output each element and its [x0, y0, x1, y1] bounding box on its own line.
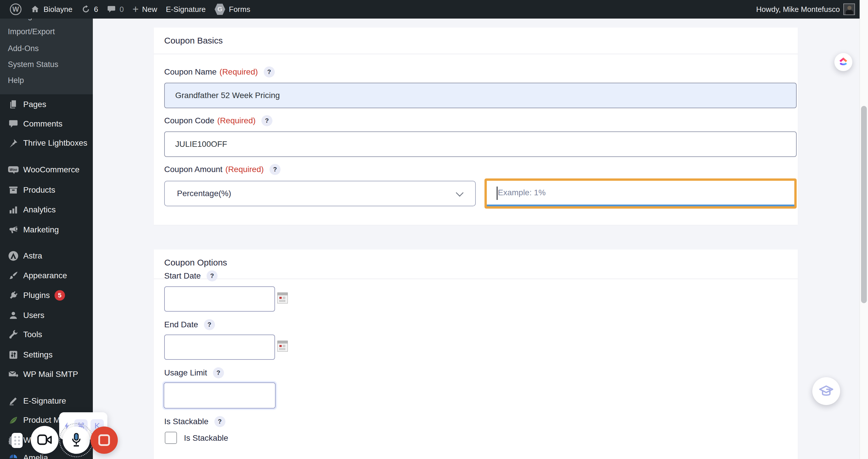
mail-arrow-icon [7, 369, 20, 379]
sidebar-item-tools[interactable]: Tools [0, 325, 93, 344]
sidebar-item-thrive-lightboxes[interactable]: Thrive Lightboxes [0, 133, 93, 153]
camera-toggle-button[interactable] [31, 426, 59, 454]
is-stackable-label-row: Is Stackable ? [164, 416, 225, 427]
selected-amount-type: Percentage(%) [177, 189, 231, 198]
sidebar-item-users[interactable]: Users [0, 306, 93, 325]
calendar-icon[interactable] [277, 293, 288, 304]
microphone-icon [69, 433, 83, 448]
submenu-item-import-export[interactable]: Import/Export [0, 24, 93, 39]
submenu-item-add-ons[interactable]: Add-Ons [0, 41, 93, 56]
microphone-toggle-button[interactable] [63, 427, 90, 454]
help-icon[interactable]: ? [264, 66, 275, 78]
bar-chart-icon [7, 205, 20, 215]
coupon-amount-input[interactable] [487, 181, 794, 205]
help-icon[interactable]: ? [207, 270, 218, 281]
sidebar-item-esignature[interactable]: E-Signature [0, 391, 93, 411]
pencil-icon [7, 396, 20, 406]
sidebar-item-woocommerce[interactable]: Woo WooCommerce [0, 160, 93, 180]
help-icon[interactable]: ? [270, 164, 281, 175]
plus-icon: + [132, 5, 139, 13]
sidebar-item-comments[interactable]: Comments [0, 114, 93, 134]
usage-limit-label: Usage Limit [164, 368, 207, 377]
sidebar-item-wp-mail-smtp[interactable]: WP Mail SMTP [0, 364, 93, 384]
wordpress-admin-page: W Biolayne 6 0 + New E-Signature [0, 0, 868, 459]
esignature-adminbar-link[interactable]: E-Signature [166, 5, 206, 14]
clickup-icon [838, 57, 849, 68]
scrollbar-thumb[interactable] [861, 106, 867, 303]
help-icon[interactable]: ? [213, 367, 224, 378]
user-icon [7, 310, 20, 320]
coupon-options-title: Coupon Options [164, 258, 227, 268]
tutor-floating-button[interactable] [812, 377, 840, 405]
new-content-button[interactable]: + New [132, 5, 157, 14]
sidebar-item-analytics[interactable]: Analytics [0, 200, 93, 220]
divider [154, 278, 798, 279]
updates-icon [81, 5, 91, 14]
wrench-icon [7, 329, 20, 340]
help-icon[interactable]: ? [214, 416, 225, 427]
updates-link[interactable]: 6 [81, 5, 98, 14]
account-menu[interactable]: Howdy, Mike Montefusco [756, 3, 855, 15]
admin-bar: W Biolayne 6 0 + New E-Signature [0, 0, 860, 19]
forms-label: Forms [229, 5, 250, 14]
coupon-amount-field-focus-ring [485, 178, 797, 209]
sidebar-item-astra[interactable]: Astra [0, 246, 93, 266]
stop-icon [98, 434, 110, 446]
sidebar-item-plugins[interactable]: Plugins 5 [0, 285, 93, 305]
sidebar-item-appearance[interactable]: Appearance [0, 266, 93, 285]
end-date-input[interactable] [164, 335, 275, 360]
help-icon[interactable]: ? [261, 115, 272, 126]
page-scrollbar[interactable] [860, 0, 868, 459]
widget-drag-handle[interactable] [11, 433, 23, 448]
clickup-floating-button[interactable] [834, 53, 852, 71]
plugin-submenu: Settings Import/Export Add-Ons System St… [0, 19, 93, 94]
products-box-icon [7, 185, 20, 195]
help-icon[interactable]: ? [204, 319, 215, 330]
coupon-code-label-row: Coupon Code (Required) ? [164, 115, 272, 126]
sliders-icon [7, 350, 20, 360]
user-avatar [843, 3, 855, 15]
megaphone-icon [7, 224, 20, 235]
required-label: (Required) [220, 67, 258, 76]
site-name-link[interactable]: Biolayne [30, 4, 72, 14]
forms-adminbar-link[interactable]: G Forms [214, 3, 250, 16]
comments-icon [7, 119, 20, 129]
pages-icon [7, 99, 20, 110]
start-date-label: Start Date [164, 271, 201, 281]
coupon-amount-type-select[interactable]: Percentage(%) [164, 181, 476, 206]
end-date-label: End Date [164, 320, 198, 329]
wp-logo-menu[interactable]: W [10, 3, 22, 15]
brush-icon [7, 270, 20, 281]
submenu-item-settings[interactable]: Settings [0, 19, 93, 23]
plugin-icon [7, 290, 20, 301]
start-date-input[interactable] [164, 286, 275, 312]
stop-recording-button[interactable] [91, 427, 118, 454]
admin-sidebar: Settings Import/Export Add-Ons System St… [0, 19, 93, 459]
coupon-basics-card: Coupon Basics Coupon Name (Required) ? C… [154, 28, 798, 225]
sidebar-item-settings[interactable]: Settings [0, 345, 93, 365]
coupon-name-label: Coupon Name [164, 67, 217, 76]
comments-link[interactable]: 0 [107, 5, 124, 14]
submenu-item-system-status[interactable]: System Status [0, 57, 93, 72]
coupon-code-label: Coupon Code [164, 116, 214, 125]
sidebar-item-pages[interactable]: Pages [0, 95, 93, 114]
coupon-name-input[interactable] [164, 83, 797, 108]
astra-icon [7, 250, 20, 262]
chevron-down-icon [456, 189, 464, 197]
is-stackable-checkbox[interactable] [165, 432, 177, 444]
pushpin-icon [7, 138, 20, 148]
site-name: Biolayne [43, 5, 72, 14]
usage-limit-input[interactable] [164, 382, 276, 408]
divider [154, 54, 798, 54]
coupon-code-input[interactable] [164, 131, 797, 157]
new-label: New [142, 5, 157, 14]
gravity-forms-icon: G [214, 3, 225, 16]
sidebar-item-marketing[interactable]: Marketing [0, 220, 93, 240]
coupon-amount-label: Coupon Amount [164, 165, 222, 174]
mic-button-ring [59, 423, 93, 457]
submenu-item-help[interactable]: Help [0, 73, 93, 88]
calendar-icon[interactable] [277, 341, 288, 351]
sidebar-item-products[interactable]: Products [0, 180, 93, 200]
howdy-text: Howdy, Mike Montefusco [756, 5, 840, 14]
is-stackable-label: Is Stackable [164, 417, 209, 426]
